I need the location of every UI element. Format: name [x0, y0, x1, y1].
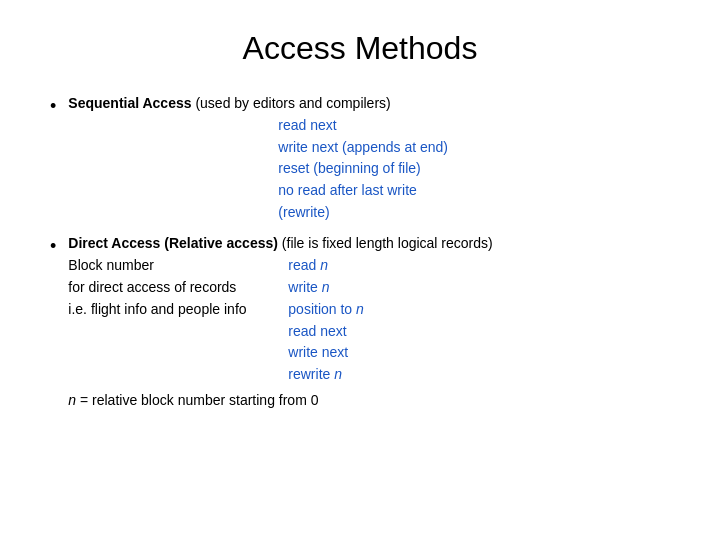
- seq-cmd-5: (rewrite): [278, 202, 448, 224]
- direct-left-3: i.e. flight info and people info: [68, 299, 288, 321]
- direct-label-suffix: (file is fixed length logical records): [282, 235, 493, 251]
- direct-header: Direct Access (Relative access) (file is…: [68, 235, 492, 251]
- direct-cmd-6: rewrite n: [288, 364, 364, 386]
- bullet-1: •: [50, 96, 56, 117]
- direct-commands-block: Block number for direct access of record…: [68, 255, 492, 385]
- direct-cmd-2: write n: [288, 277, 364, 299]
- bullet-2: •: [50, 236, 56, 257]
- sequential-label: Sequential Access: [68, 95, 191, 111]
- sequential-section: • Sequential Access (used by editors and…: [50, 95, 670, 223]
- direct-right-col: read n write n position to n read next w…: [288, 255, 364, 385]
- direct-left-col: Block number for direct access of record…: [68, 255, 288, 385]
- direct-footer: n = relative block number starting from …: [68, 392, 492, 408]
- seq-cmd-1: read next: [278, 115, 448, 137]
- direct-cmd-1: read n: [288, 255, 364, 277]
- seq-cmd-4: no read after last write: [278, 180, 448, 202]
- content: • Sequential Access (used by editors and…: [50, 95, 670, 420]
- direct-cmd-4: read next: [288, 321, 364, 343]
- direct-content: Direct Access (Relative access) (file is…: [68, 235, 492, 407]
- page-title: Access Methods: [50, 30, 670, 67]
- direct-cmd-3: position to n: [288, 299, 364, 321]
- page: Access Methods • Sequential Access (used…: [0, 0, 720, 540]
- sequential-commands: read next write next (appends at end) re…: [68, 115, 448, 223]
- sequential-content: Sequential Access (used by editors and c…: [68, 95, 448, 223]
- sequential-label-suffix: (used by editors and compilers): [195, 95, 390, 111]
- direct-section: • Direct Access (Relative access) (file …: [50, 235, 670, 407]
- direct-label: Direct Access (Relative access): [68, 235, 278, 251]
- direct-left-2: for direct access of records: [68, 277, 288, 299]
- direct-left-1: Block number: [68, 255, 288, 277]
- seq-cmd-2: write next (appends at end): [278, 137, 448, 159]
- direct-cmd-5: write next: [288, 342, 364, 364]
- sequential-header: Sequential Access (used by editors and c…: [68, 95, 448, 111]
- seq-cmd-3: reset (beginning of file): [278, 158, 448, 180]
